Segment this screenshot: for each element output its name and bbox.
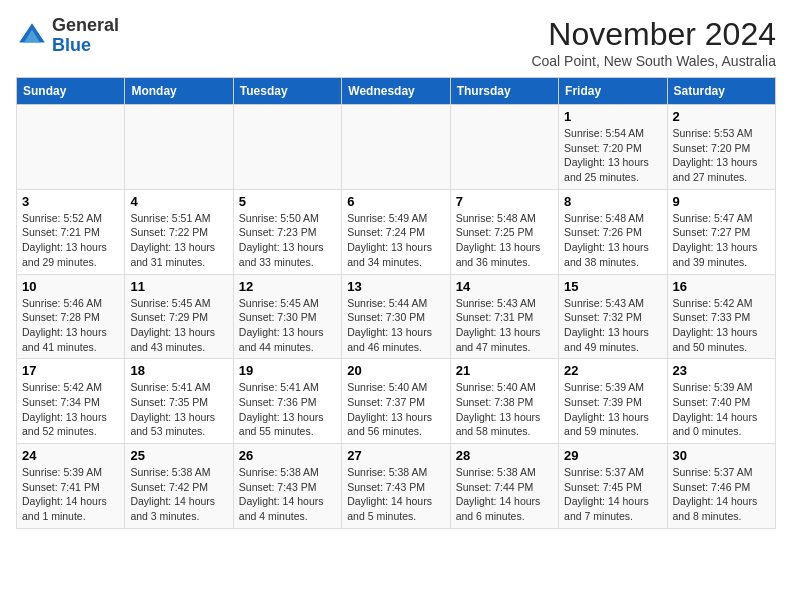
day-info-line: Daylight: 14 hours [22,494,119,509]
day-info-line: Sunset: 7:42 PM [130,480,227,495]
day-info-line: Sunset: 7:35 PM [130,395,227,410]
day-info-line: Sunrise: 5:40 AM [347,380,444,395]
day-info-line: Sunrise: 5:37 AM [673,465,770,480]
day-number: 27 [347,448,444,463]
day-number: 17 [22,363,119,378]
day-number: 30 [673,448,770,463]
day-info-line: Sunset: 7:41 PM [22,480,119,495]
day-number: 10 [22,279,119,294]
day-info-line: Sunrise: 5:45 AM [130,296,227,311]
day-info-line: Sunrise: 5:38 AM [347,465,444,480]
day-info-line: Sunrise: 5:48 AM [564,211,661,226]
day-info-line: Sunrise: 5:38 AM [130,465,227,480]
day-number: 19 [239,363,336,378]
calendar-cell: 30Sunrise: 5:37 AMSunset: 7:46 PMDayligh… [667,444,775,529]
day-number: 20 [347,363,444,378]
day-info-line: Sunset: 7:38 PM [456,395,553,410]
day-info-line: and 59 minutes. [564,424,661,439]
day-info-line: Sunrise: 5:40 AM [456,380,553,395]
day-number: 1 [564,109,661,124]
calendar-cell: 5Sunrise: 5:50 AMSunset: 7:23 PMDaylight… [233,189,341,274]
day-info-line: and 46 minutes. [347,340,444,355]
day-info-line: Sunrise: 5:39 AM [22,465,119,480]
calendar-header: SundayMondayTuesdayWednesdayThursdayFrid… [17,78,776,105]
day-info-line: Sunrise: 5:42 AM [22,380,119,395]
day-info-line: Sunset: 7:43 PM [347,480,444,495]
calendar-cell: 20Sunrise: 5:40 AMSunset: 7:37 PMDayligh… [342,359,450,444]
day-number: 13 [347,279,444,294]
day-info-line: Sunset: 7:30 PM [347,310,444,325]
day-number: 25 [130,448,227,463]
day-number: 12 [239,279,336,294]
day-info-line: and 33 minutes. [239,255,336,270]
calendar-cell: 6Sunrise: 5:49 AMSunset: 7:24 PMDaylight… [342,189,450,274]
day-info-line: Sunset: 7:25 PM [456,225,553,240]
day-info-line: Sunset: 7:39 PM [564,395,661,410]
day-info-line: Sunrise: 5:41 AM [239,380,336,395]
day-info-line: and 0 minutes. [673,424,770,439]
day-info-line: and 43 minutes. [130,340,227,355]
logo-icon [16,20,48,52]
calendar-cell: 2Sunrise: 5:53 AMSunset: 7:20 PMDaylight… [667,105,775,190]
day-info-line: Daylight: 14 hours [239,494,336,509]
day-info-line: Daylight: 14 hours [456,494,553,509]
day-info-line: Sunrise: 5:54 AM [564,126,661,141]
month-title: November 2024 [531,16,776,53]
day-info-line: Sunset: 7:43 PM [239,480,336,495]
calendar-body: 1Sunrise: 5:54 AMSunset: 7:20 PMDaylight… [17,105,776,529]
day-info-line: Sunrise: 5:39 AM [673,380,770,395]
calendar-cell [125,105,233,190]
day-info-line: Sunrise: 5:38 AM [456,465,553,480]
logo-blue: Blue [52,36,119,56]
day-number: 18 [130,363,227,378]
day-info-line: and 7 minutes. [564,509,661,524]
day-info-line: Sunrise: 5:48 AM [456,211,553,226]
day-info-line: and 6 minutes. [456,509,553,524]
day-info-line: Sunrise: 5:53 AM [673,126,770,141]
day-info-line: and 41 minutes. [22,340,119,355]
day-info-line: Daylight: 13 hours [130,325,227,340]
day-of-week-header: Sunday [17,78,125,105]
day-info-line: Daylight: 13 hours [564,240,661,255]
calendar-cell: 15Sunrise: 5:43 AMSunset: 7:32 PMDayligh… [559,274,667,359]
day-info-line: and 38 minutes. [564,255,661,270]
day-number: 7 [456,194,553,209]
day-info-line: and 8 minutes. [673,509,770,524]
day-info-line: Sunrise: 5:49 AM [347,211,444,226]
day-info-line: Sunrise: 5:43 AM [564,296,661,311]
day-number: 28 [456,448,553,463]
day-info-line: Sunset: 7:20 PM [564,141,661,156]
calendar-cell: 14Sunrise: 5:43 AMSunset: 7:31 PMDayligh… [450,274,558,359]
day-number: 5 [239,194,336,209]
day-info-line: Sunset: 7:45 PM [564,480,661,495]
calendar-cell: 11Sunrise: 5:45 AMSunset: 7:29 PMDayligh… [125,274,233,359]
day-info-line: and 1 minute. [22,509,119,524]
day-info-line: and 58 minutes. [456,424,553,439]
day-info-line: Daylight: 13 hours [564,155,661,170]
day-info-line: Sunrise: 5:45 AM [239,296,336,311]
day-number: 4 [130,194,227,209]
day-number: 11 [130,279,227,294]
calendar-table: SundayMondayTuesdayWednesdayThursdayFrid… [16,77,776,529]
day-info-line: Sunset: 7:44 PM [456,480,553,495]
calendar-cell: 28Sunrise: 5:38 AMSunset: 7:44 PMDayligh… [450,444,558,529]
day-info-line: Sunrise: 5:41 AM [130,380,227,395]
day-of-week-header: Saturday [667,78,775,105]
day-number: 16 [673,279,770,294]
day-number: 6 [347,194,444,209]
day-info-line: Daylight: 14 hours [347,494,444,509]
day-number: 24 [22,448,119,463]
day-info-line: Sunset: 7:28 PM [22,310,119,325]
day-info-line: Daylight: 13 hours [239,325,336,340]
day-info-line: Sunrise: 5:50 AM [239,211,336,226]
day-info-line: Sunset: 7:27 PM [673,225,770,240]
day-info-line: Daylight: 13 hours [673,325,770,340]
day-info-line: Sunset: 7:34 PM [22,395,119,410]
calendar-cell: 19Sunrise: 5:41 AMSunset: 7:36 PMDayligh… [233,359,341,444]
day-number: 15 [564,279,661,294]
day-of-week-header: Tuesday [233,78,341,105]
day-info-line: Daylight: 13 hours [22,240,119,255]
day-info-line: Daylight: 13 hours [673,240,770,255]
calendar-cell: 13Sunrise: 5:44 AMSunset: 7:30 PMDayligh… [342,274,450,359]
day-info-line: and 34 minutes. [347,255,444,270]
